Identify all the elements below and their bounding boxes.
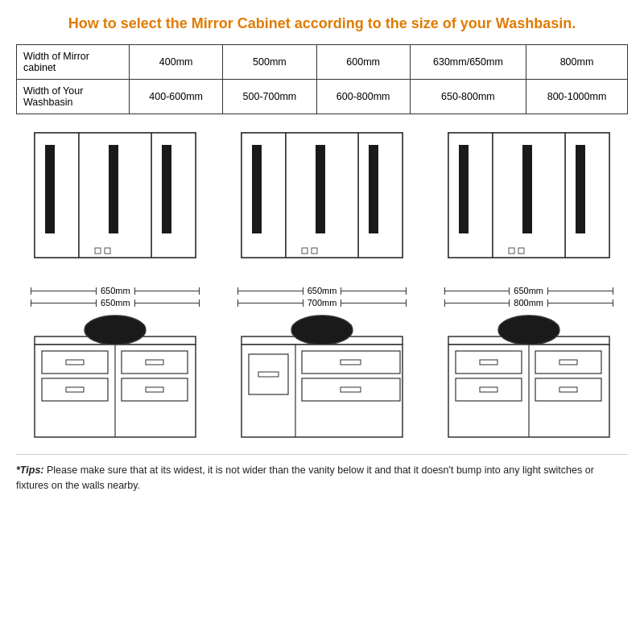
svg-rect-37	[329, 319, 339, 323]
cabinet-width-label-2: 650mm	[303, 286, 341, 295]
svg-rect-69	[559, 387, 577, 392]
svg-rect-26	[358, 133, 402, 258]
svg-rect-4	[45, 145, 55, 233]
svg-rect-17	[66, 360, 84, 365]
cabinet-width-label-1: 650mm	[97, 286, 134, 295]
size-table: Width of Mirror cabinet 400mm 500mm 600m…	[16, 44, 628, 114]
svg-rect-29	[369, 145, 378, 233]
svg-rect-30	[316, 145, 325, 233]
svg-rect-67	[559, 360, 577, 365]
page-title: How to select the Mirror Cabinet accordi…	[16, 14, 628, 33]
svg-rect-59	[536, 319, 546, 323]
svg-rect-52	[522, 145, 532, 233]
vanity-3	[444, 314, 613, 443]
vanity-measure-2: 700mm	[237, 298, 407, 308]
col5-cabinet: 800mm	[526, 45, 628, 80]
tips-content: Please make sure that at its widest, it …	[16, 464, 594, 491]
diagram-3: 650mm 800mm	[429, 129, 628, 443]
cabinet-measure-2: 650mm	[237, 286, 407, 295]
vanity-width-label-2: 700mm	[303, 298, 341, 308]
svg-rect-21	[146, 360, 163, 365]
svg-rect-58	[512, 319, 522, 323]
vanity-measure-1: 650mm	[31, 298, 200, 308]
vanity-width-label-3: 800mm	[510, 298, 547, 308]
col4-cabinet: 630mm/650mm	[410, 45, 526, 80]
svg-rect-57	[525, 316, 533, 324]
svg-rect-50	[459, 145, 469, 233]
svg-rect-5	[162, 145, 171, 233]
svg-rect-1	[35, 133, 79, 258]
svg-rect-6	[109, 145, 118, 233]
cabinet-1	[31, 129, 200, 282]
svg-rect-25	[242, 133, 286, 258]
svg-rect-35	[318, 316, 326, 324]
svg-rect-28	[252, 145, 262, 233]
cabinet-width-label-3: 650mm	[510, 286, 547, 295]
diagram-1: 650mm 650mm	[16, 129, 215, 443]
col2-washbasin: 500-700mm	[223, 80, 316, 114]
svg-rect-23	[146, 387, 163, 392]
col2-cabinet: 500mm	[223, 45, 316, 80]
svg-rect-36	[305, 319, 315, 323]
svg-rect-2	[151, 133, 196, 258]
col3-washbasin: 600-800mm	[316, 80, 410, 114]
svg-rect-48	[565, 133, 609, 258]
cabinet-2	[237, 129, 407, 282]
row2-label: Width of Your Washbasin	[17, 80, 130, 114]
tips-label: *Tips:	[16, 464, 44, 476]
svg-rect-63	[480, 360, 497, 365]
vanity-measure-3: 800mm	[444, 298, 613, 308]
cabinet-measure-3: 650mm	[444, 286, 613, 295]
svg-rect-47	[448, 133, 493, 258]
svg-rect-13	[122, 319, 132, 323]
diagram-2: 650mm 700mm	[223, 129, 422, 443]
vanity-1	[31, 314, 200, 443]
svg-rect-11	[111, 316, 119, 324]
diagrams-row: 650mm 650mm	[16, 129, 628, 443]
tips-text: *Tips: Please make sure that at its wide…	[16, 454, 628, 493]
cabinet-3	[444, 129, 613, 282]
svg-rect-19	[66, 387, 84, 392]
vanity-width-label-1: 650mm	[97, 298, 134, 308]
svg-rect-65	[480, 387, 497, 392]
cabinet-measure-1: 650mm	[31, 286, 200, 295]
col1-washbasin: 400-600mm	[130, 80, 223, 114]
vanity-2	[237, 314, 407, 443]
svg-rect-51	[576, 145, 585, 233]
svg-rect-45	[341, 387, 361, 392]
col5-washbasin: 800-1000mm	[526, 80, 628, 114]
col4-washbasin: 650-800mm	[410, 80, 526, 114]
svg-rect-43	[341, 360, 361, 365]
svg-rect-41	[258, 372, 279, 377]
row1-label: Width of Mirror cabinet	[17, 45, 130, 80]
col3-cabinet: 600mm	[316, 45, 410, 80]
svg-rect-12	[98, 319, 108, 323]
col1-cabinet: 400mm	[130, 45, 223, 80]
